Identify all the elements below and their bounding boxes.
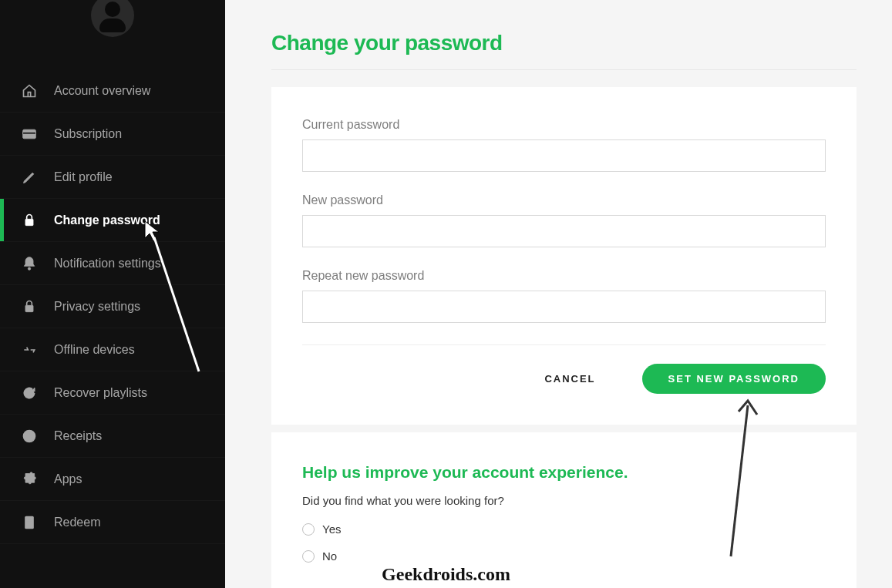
sidebar-item-receipts[interactable]: Receipts — [0, 415, 225, 458]
feedback-option-yes[interactable]: Yes — [302, 522, 826, 536]
lock-icon — [22, 213, 37, 228]
field-repeat-password: Repeat new password — [302, 269, 826, 323]
svg-point-3 — [28, 267, 30, 270]
feedback-title: Help us improve your account experience. — [302, 463, 826, 482]
svg-rect-2 — [25, 219, 33, 225]
clock-icon — [22, 428, 37, 444]
sidebar-item-label: Receipts — [54, 429, 102, 443]
sidebar-item-offline-devices[interactable]: Offline devices — [0, 328, 225, 371]
sidebar-nav: Account overview Subscription Edit profi… — [0, 69, 225, 544]
current-password-label: Current password — [302, 118, 826, 132]
sidebar-item-change-password[interactable]: Change password — [0, 199, 225, 242]
home-icon — [22, 83, 37, 99]
pencil-icon — [22, 170, 37, 185]
sidebar-item-recover-playlists[interactable]: Recover playlists — [0, 371, 225, 415]
feedback-card: Help us improve your account experience.… — [271, 432, 857, 588]
cancel-button[interactable]: CANCEL — [544, 373, 595, 385]
devices-icon — [22, 342, 37, 358]
feedback-option-label: No — [322, 549, 337, 563]
card-icon — [22, 126, 37, 142]
sidebar-item-label: Edit profile — [54, 170, 113, 184]
avatar-container — [0, 0, 225, 69]
sidebar-item-label: Offline devices — [54, 343, 135, 357]
sidebar-item-label: Notification settings — [54, 257, 161, 270]
field-current-password: Current password — [302, 118, 826, 172]
lock-icon — [22, 299, 37, 314]
repeat-password-label: Repeat new password — [302, 269, 826, 283]
form-actions: CANCEL SET NEW PASSWORD — [302, 364, 826, 402]
svg-rect-7 — [28, 519, 32, 521]
current-password-input[interactable] — [302, 139, 826, 172]
divider — [302, 344, 826, 345]
sidebar: Account overview Subscription Edit profi… — [0, 0, 225, 588]
sidebar-item-label: Subscription — [54, 127, 122, 141]
refresh-icon — [22, 385, 37, 401]
sidebar-item-redeem[interactable]: Redeem — [0, 501, 225, 544]
sidebar-item-subscription[interactable]: Subscription — [0, 113, 225, 156]
sidebar-item-label: Change password — [54, 213, 160, 227]
new-password-label: New password — [302, 193, 826, 207]
repeat-password-input[interactable] — [302, 291, 826, 323]
sidebar-item-account-overview[interactable]: Account overview — [0, 69, 225, 113]
bell-icon — [22, 256, 37, 271]
sidebar-item-apps[interactable]: Apps — [0, 458, 225, 501]
sidebar-item-privacy-settings[interactable]: Privacy settings — [0, 285, 225, 328]
sidebar-item-notification-settings[interactable]: Notification settings — [0, 242, 225, 285]
sidebar-item-label: Privacy settings — [54, 300, 140, 314]
sidebar-item-label: Apps — [54, 472, 82, 486]
field-new-password: New password — [302, 193, 826, 247]
radio-icon — [302, 550, 315, 563]
radio-icon — [302, 523, 315, 536]
change-password-form: Current password New password Repeat new… — [271, 87, 857, 425]
sidebar-item-label: Account overview — [54, 84, 150, 98]
sidebar-item-edit-profile[interactable]: Edit profile — [0, 156, 225, 199]
main-content: Change your password Current password Ne… — [225, 0, 892, 588]
svg-rect-4 — [25, 305, 33, 311]
avatar[interactable] — [91, 0, 134, 37]
feedback-option-label: Yes — [322, 522, 341, 536]
feedback-question: Did you find what you were looking for? — [302, 494, 826, 507]
page-title: Change your password — [271, 31, 857, 70]
redeem-icon — [22, 515, 37, 530]
sidebar-item-label: Redeem — [54, 516, 100, 529]
svg-rect-1 — [23, 132, 36, 134]
sidebar-item-label: Recover playlists — [54, 386, 147, 400]
feedback-option-no[interactable]: No — [302, 549, 826, 563]
set-new-password-button[interactable]: SET NEW PASSWORD — [642, 364, 826, 394]
new-password-input[interactable] — [302, 215, 826, 247]
puzzle-icon — [22, 472, 37, 487]
